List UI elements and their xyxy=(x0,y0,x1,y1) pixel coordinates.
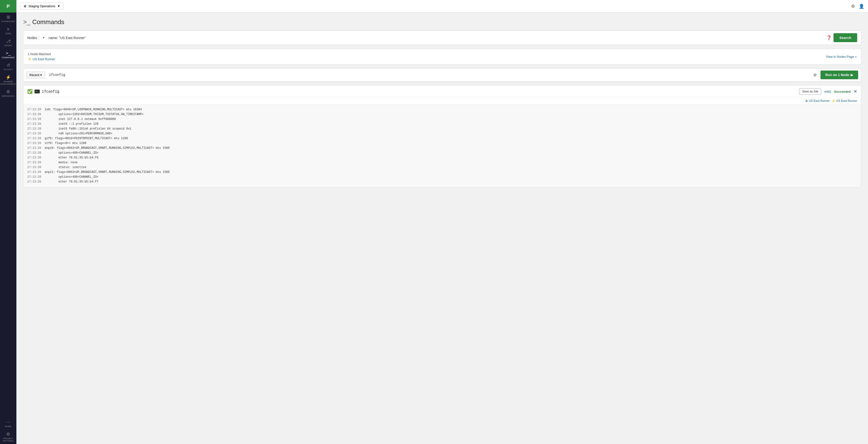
sidebar-label-webhooks: WEBHOOKS xyxy=(2,95,14,97)
terminal-content: inet6 ::1 prefixlen 128 xyxy=(44,122,98,126)
succeeded-badge: Succeeded xyxy=(834,90,850,94)
sidebar-item-more[interactable]: ··· MORE xyxy=(0,417,17,430)
nodes-matched-count: 1 Node Matched xyxy=(28,52,55,56)
output-success-icon: ✅ xyxy=(27,89,33,94)
terminal-timestamp: 17:13:20 xyxy=(27,156,44,160)
sidebar-label-runner: RUNNER MANAGEMENT xyxy=(0,80,16,85)
job-number-link[interactable]: #482 xyxy=(824,90,831,94)
terminal-content: anpi0: flags=8863<UP,BROADCAST,SMART,RUN… xyxy=(44,146,169,150)
page-title-prefix: >_ xyxy=(23,18,30,26)
nodes-icon: ⎇ xyxy=(6,39,11,43)
terminal-line: 17:13:20 ether 76:61:35:b5:b4:f6 xyxy=(23,155,861,160)
terminal-timestamp: 17:13:20 xyxy=(27,132,44,136)
terminal-content: anpi1: flags=8863<UP,BROADCAST,SMART,RUN… xyxy=(44,170,169,174)
terminal-line: 17:13:20 ether 76:61:35:b5:b4:f7 xyxy=(23,179,861,184)
terminal-timestamp: 17:13:20 xyxy=(27,112,44,116)
terminal-timestamp: 17:13:20 xyxy=(27,151,44,155)
command-input[interactable] xyxy=(47,72,809,78)
settings-icon[interactable]: ⚙ xyxy=(851,4,855,9)
output-header: ✅ >_ ifconfig Save as Job #482 Succeeded… xyxy=(23,86,861,98)
page-title-text: Commands xyxy=(32,18,64,26)
command-row: Recent ▾ ⚙ Run on 1 Node ▶ xyxy=(23,68,861,81)
terminal-line: 17:13:20stf0: flags=0<> mtu 1280 xyxy=(23,141,861,146)
sidebar-label-project-settings: PROJECT SETTINGS xyxy=(1,437,16,442)
node-meta-label: US East Runner xyxy=(836,99,857,103)
search-button[interactable]: Search xyxy=(834,33,857,42)
jobs-icon: ≡ xyxy=(7,27,10,31)
recent-label: Recent xyxy=(29,73,39,77)
topbar-icons: ⚙ 👤 xyxy=(851,4,864,9)
runner-meta-link[interactable]: 🖥 US East Runner xyxy=(805,99,830,103)
filter-type-dropdown[interactable]: ▾ xyxy=(41,35,46,40)
node-filter-input[interactable] xyxy=(46,35,824,41)
command-settings-button[interactable]: ⚙ xyxy=(811,72,818,78)
sidebar-logo[interactable]: P xyxy=(0,0,17,12)
project-icon: 🖥 xyxy=(23,4,27,8)
recent-commands-button[interactable]: Recent ▾ xyxy=(26,71,45,78)
node-meta-icon: ⚡ xyxy=(832,99,835,103)
sidebar-label-jobs: JOBS xyxy=(5,32,11,35)
terminal-line: 17:13:20anpi1: flags=8863<UP,BROADCAST,S… xyxy=(23,170,861,175)
project-selector[interactable]: 🖥 Staging Operations ▼ xyxy=(20,3,63,10)
terminal-timestamp: 17:13:20 xyxy=(27,122,44,126)
sidebar-label-commands: COMMANDS xyxy=(2,56,15,59)
sidebar-item-runner-management[interactable]: ⚡ RUNNER MANAGEMENT xyxy=(0,73,17,87)
output-header-left: ✅ >_ ifconfig xyxy=(27,89,797,94)
save-job-button[interactable]: Save as Job xyxy=(799,89,821,95)
terminal-content: stf0: flags=0<> mtu 1280 xyxy=(44,141,86,145)
sidebar-item-dashboard[interactable]: ⊞ DASHBOARD xyxy=(0,12,17,25)
terminal-content: inet6 fe80::1%lo0 prefixlen 64 scopeid 0… xyxy=(44,127,131,131)
sidebar-item-commands[interactable]: >_ COMMANDS xyxy=(0,48,17,61)
node-meta-link[interactable]: ⚡ US East Runner xyxy=(832,99,857,103)
help-icon: ❓ xyxy=(826,35,832,40)
close-output-button[interactable]: ✕ xyxy=(854,89,857,94)
sidebar-item-webhooks[interactable]: ⚙ WEBHOOKS xyxy=(0,87,17,99)
terminal-content: options=1203<RXCSUM,TXCSUM,TXSTATUS,SW_T… xyxy=(44,112,144,116)
node-link[interactable]: ⚡ US East Runner xyxy=(28,57,55,61)
sidebar: P ⊞ DASHBOARD ≡ JOBS ⎇ NODES >_ COMMANDS… xyxy=(0,0,17,444)
terminal-content: nd6 options=201<PERFORMNUD,DAD> xyxy=(44,132,112,136)
terminal-content: status: inactive xyxy=(44,165,86,170)
terminal-timestamp: 17:13:20 xyxy=(27,160,44,165)
filter-help-button[interactable]: ❓ xyxy=(824,34,834,41)
view-nodes-link[interactable]: View in Nodes Page » xyxy=(826,55,857,59)
activity-icon: ↺ xyxy=(6,63,10,67)
terminal-line: 17:13:20 options=400<CHANNEL_IO> xyxy=(23,150,861,155)
sidebar-label-more: MORE xyxy=(5,425,11,428)
sidebar-item-jobs[interactable]: ≡ JOBS xyxy=(0,25,17,37)
terminal-line: 17:13:20 nd6 options=201<PERFORMNUD,DAD> xyxy=(23,131,861,136)
runner-meta-icon: 🖥 xyxy=(805,99,808,103)
page-title: >_ Commands xyxy=(23,18,861,26)
terminal-line: 17:13:20 media: none xyxy=(23,160,861,165)
commands-icon: >_ xyxy=(6,51,11,56)
node-filter-row: Nodes ▾ ❓ Search xyxy=(23,31,861,45)
content: >_ Commands Nodes ▾ ❓ Search 1 Node Matc… xyxy=(17,12,868,444)
terminal-timestamp: 17:13:20 xyxy=(27,146,44,150)
sidebar-item-nodes[interactable]: ⎇ NODES xyxy=(0,37,17,48)
logo-letter: P xyxy=(6,4,10,9)
terminal-line: 17:13:20 inet6 fe80::1%lo0 prefixlen 64 … xyxy=(23,127,861,131)
recent-arrow-icon: ▾ xyxy=(40,73,42,77)
terminal-timestamp: 17:13:20 xyxy=(27,136,44,141)
sidebar-item-project-settings[interactable]: ⚙ PROJECT SETTINGS xyxy=(0,430,17,444)
nodes-label: Nodes xyxy=(27,36,39,40)
terminal-content: options=400<CHANNEL_IO> xyxy=(44,175,98,179)
run-button[interactable]: Run on 1 Node ▶ xyxy=(820,71,858,79)
webhooks-icon: ⚙ xyxy=(6,90,10,94)
user-icon[interactable]: 👤 xyxy=(859,4,864,9)
terminal-timestamp: 17:13:20 xyxy=(27,127,44,131)
run-arrow-icon: ▶ xyxy=(850,73,853,77)
run-label: Run on 1 Node xyxy=(825,73,849,77)
dashboard-icon: ⊞ xyxy=(6,15,10,19)
terminal-timestamp: 17:13:20 xyxy=(27,107,44,112)
sidebar-label-dashboard: DASHBOARD xyxy=(1,20,15,23)
terminal-timestamp: 17:13:20 xyxy=(27,117,44,122)
output-meta: 🖥 US East Runner ⚡ US East Runner xyxy=(23,98,861,104)
terminal-content: lo0: flags=8049<UP,LOOPBACK,RUNNING,MULT… xyxy=(44,107,142,112)
terminal-line: 17:13:20 inet6 ::1 prefixlen 128 xyxy=(23,122,861,127)
terminal-content: ether 76:61:35:b5:b4:f6 xyxy=(44,156,98,160)
terminal-timestamp: 17:13:20 xyxy=(27,180,44,184)
sidebar-item-activity[interactable]: ↺ ACTIVITY xyxy=(0,61,17,73)
sidebar-label-nodes: NODES xyxy=(4,44,12,47)
terminal-content: ether 76:61:35:b5:b4:f7 xyxy=(44,180,98,184)
